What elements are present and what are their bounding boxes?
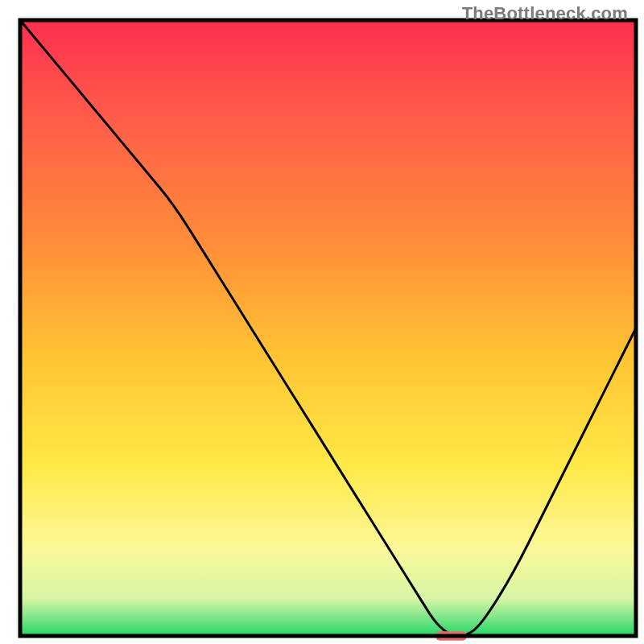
plot-background xyxy=(20,20,636,636)
watermark-text: TheBottleneck.com xyxy=(462,3,628,24)
bottleneck-chart xyxy=(0,0,644,644)
